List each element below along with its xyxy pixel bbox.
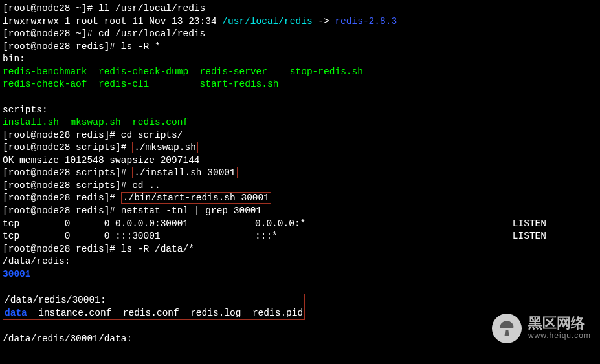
prompt: [root@node28 redis]# <box>3 244 121 254</box>
cmd-line: [root@node28 ~]# ll /usr/local/redis <box>3 3 597 16</box>
file-executable: redis-benchmark <box>3 67 87 77</box>
arrow: -> <box>313 16 335 27</box>
symlink-name: /usr/local/redis <box>222 16 312 27</box>
prompt: [root@node28 scripts]# <box>3 167 132 178</box>
highlighted-command: ./mkswap.sh <box>132 142 198 153</box>
watermark: 黑区网络 www.heiqu.com <box>492 314 591 343</box>
highlighted-command: ./install.sh 30001 <box>132 167 238 178</box>
mushroom-icon <box>492 314 522 343</box>
cmd-line: [root@node28 scripts]# ./mkswap.sh <box>3 142 597 155</box>
command: ls -R * <box>121 41 161 52</box>
output-line: OK memsize 1012548 swapsize 2097144 <box>3 155 597 167</box>
command: ll /usr/local/redis <box>98 3 205 14</box>
netstat-foreign: 0.0.0.0:* <box>255 218 436 231</box>
file-executable: redis-cli <box>98 79 149 89</box>
dir-header: /data/redis/30001: <box>5 295 106 305</box>
netstat-local: tcp 0 0 :::30001 <box>3 230 255 243</box>
netstat-state: LISTEN <box>436 230 546 243</box>
cmd-line: [root@node28 redis]# cd scripts/ <box>3 129 597 142</box>
dir-header: scripts: <box>3 104 597 117</box>
directory-name: 30001 <box>3 268 597 281</box>
command: cd scripts/ <box>121 130 183 140</box>
cmd-line: [root@node28 scripts]# ./install.sh 3000… <box>3 167 597 180</box>
file-executable: mkswap.sh <box>70 117 120 127</box>
watermark-text: 黑区网络 www.heiqu.com <box>528 316 591 341</box>
dir-header: /data/redis: <box>3 255 597 268</box>
cmd-line: [root@node28 redis]# ./bin/start-redis.s… <box>3 192 597 205</box>
output-line: lrwxrwxrwx 1 root root 11 Nov 13 23:34 /… <box>3 16 597 28</box>
file-name: instance.conf <box>38 308 111 318</box>
file-list-row: redis-check-aof redis-cli start-redis.sh <box>3 78 597 91</box>
cmd-line: [root@node28 ~]# cd /usr/local/redis <box>3 28 597 41</box>
file-name: redis.pid <box>252 308 303 318</box>
terminal-content: [root@node28 ~]# ll /usr/local/redis lrw… <box>3 3 597 345</box>
command: cd .. <box>132 180 161 191</box>
netstat-foreign: :::* <box>255 230 436 243</box>
command: netstat -tnl | grep 30001 <box>121 206 262 216</box>
file-executable: redis-server <box>200 67 267 77</box>
file-executable: install.sh <box>3 117 59 127</box>
prompt: [root@node28 redis]# <box>3 206 121 216</box>
prompt: [root@node28 scripts]# <box>3 142 132 153</box>
command: ls -R /data/* <box>121 244 194 254</box>
file-executable: start-redis.sh <box>200 79 279 89</box>
file-executable: stop-redis.sh <box>290 67 363 77</box>
prompt: [root@node28 redis]# <box>3 130 121 140</box>
cmd-line: [root@node28 scripts]# cd .. <box>3 180 597 193</box>
prompt: [root@node28 ~]# <box>3 28 98 39</box>
watermark-title: 黑区网络 <box>528 316 591 330</box>
highlighted-command: ./bin/start-redis.sh 30001 <box>121 192 271 204</box>
file-name: redis.log <box>190 308 241 318</box>
netstat-state: LISTEN <box>436 218 546 231</box>
dir-header: bin: <box>3 53 597 66</box>
netstat-row: tcp 0 0 0.0.0.0:300010.0.0.0:*LISTEN <box>3 218 597 231</box>
blank-line <box>3 281 597 294</box>
netstat-local: tcp 0 0 0.0.0.0:30001 <box>3 218 255 231</box>
file-executable: redis-check-aof <box>3 79 87 89</box>
netstat-row: tcp 0 0 :::30001:::*LISTEN <box>3 230 597 243</box>
file-list-row: install.sh mkswap.sh redis.conf <box>3 116 597 129</box>
file-name: redis.conf <box>123 308 179 318</box>
file-list-row: redis-benchmark redis-check-dump redis-s… <box>3 66 597 79</box>
ls-perms: lrwxrwxrwx 1 root root 11 Nov 13 23:34 <box>3 16 222 27</box>
command: cd /usr/local/redis <box>98 28 205 39</box>
prompt: [root@node28 ~]# <box>3 3 98 14</box>
symlink-target: redis-2.8.3 <box>335 16 397 27</box>
cmd-line: [root@node28 redis]# ls -R * <box>3 41 597 54</box>
directory-name: data <box>5 308 27 318</box>
prompt: [root@node28 redis]# <box>3 193 121 203</box>
file-executable: redis-check-dump <box>98 67 188 77</box>
blank-line <box>3 91 597 104</box>
cmd-line: [root@node28 redis]# ls -R /data/* <box>3 243 597 256</box>
watermark-url: www.heiqu.com <box>528 330 591 341</box>
prompt: [root@node28 redis]# <box>3 41 121 52</box>
cmd-line: [root@node28 redis]# netstat -tnl | grep… <box>3 205 597 218</box>
file-executable: redis.conf <box>132 117 188 127</box>
prompt: [root@node28 scripts]# <box>3 180 132 191</box>
